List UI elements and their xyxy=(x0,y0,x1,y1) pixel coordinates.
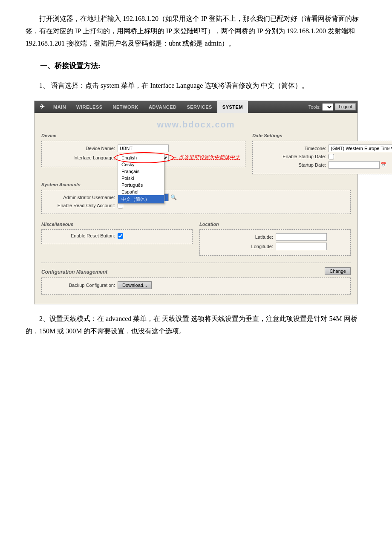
backup-config-label: Backup Configuration: xyxy=(47,283,115,288)
admin-username-row: Administrator Username: 🔍 xyxy=(47,194,345,201)
longitude-input[interactable] xyxy=(276,243,327,250)
step1-title: 1、 语言选择：点击 system 菜单，在 Interface Languag… xyxy=(26,80,366,92)
language-dropdown: English Česky Français Polski Português … xyxy=(118,154,164,204)
reset-button-checkbox[interactable] xyxy=(118,233,123,239)
device-title: Device xyxy=(41,133,245,138)
admin-username-label: Administrator Username: xyxy=(47,195,115,200)
device-section: Device Device Name: Interface Language: xyxy=(41,133,245,179)
config-mgmt-box: Backup Configuration: Download... xyxy=(41,278,351,295)
nav-bar: ✈ MAIN WIRELESS NETWORK ADVANCED SERVICE… xyxy=(35,101,357,113)
page-container: 打开浏览器，在地址栏输入 192.168.1.20（如果用这个 IP 登陆不上，… xyxy=(26,13,366,337)
interface-language-label: Interface Language: xyxy=(47,155,115,160)
readonly-account-label: Enable Read-Only Account: xyxy=(47,203,115,208)
date-settings-section: Date Settings Timezone: (GMT) Western Eu… xyxy=(252,133,392,179)
tab-services[interactable]: SERVICES xyxy=(182,101,217,113)
logout-button[interactable]: Logout xyxy=(335,103,356,110)
nav-logo: ✈ xyxy=(36,103,48,110)
content-area: www.bdocx.com Device Device Name: Interf… xyxy=(35,113,357,304)
lang-option-polski[interactable]: Polski xyxy=(118,175,164,182)
longitude-label: Longitude: xyxy=(205,244,273,249)
location-section: Location Latitude: Longitude: xyxy=(199,218,351,260)
tools-label: Tools: xyxy=(308,104,321,110)
location-box: Latitude: Longitude: xyxy=(199,229,351,256)
language-field-wrapper: English Česky Français Polski Português … xyxy=(118,154,169,162)
latitude-row: Latitude: xyxy=(205,233,345,241)
device-box: Device Name: Interface Language: English… xyxy=(41,141,245,167)
lang-option-chinese[interactable]: 中文（简体） xyxy=(118,195,164,203)
tab-wireless[interactable]: WIRELESS xyxy=(71,101,107,113)
annotation-text: ← 点这里可设置为中简体中文 xyxy=(172,154,240,161)
miscellaneous-box: Enable Reset Button: xyxy=(41,229,193,244)
section1-title: 一、桥接设置方法: xyxy=(26,60,366,73)
lang-option-english[interactable]: English xyxy=(118,154,164,161)
config-mgmt-section: Configuration Management Backup Configur… xyxy=(41,269,351,295)
lang-option-portugues[interactable]: Português xyxy=(118,182,164,188)
latitude-input[interactable] xyxy=(276,233,327,241)
miscellaneous-section: Miscellaneous Enable Reset Button: xyxy=(41,218,193,260)
tab-system[interactable]: SYSTEM xyxy=(217,101,248,113)
calendar-icon[interactable]: 📅 xyxy=(380,162,386,168)
download-button[interactable]: Download... xyxy=(118,281,152,289)
timezone-select[interactable]: (GMT) Western Europe Time xyxy=(329,145,392,152)
timezone-label: Timezone: xyxy=(258,146,326,151)
interface-language-row: Interface Language: English Česky França… xyxy=(47,154,240,162)
tools-select[interactable] xyxy=(322,103,333,111)
lang-option-cesky[interactable]: Česky xyxy=(118,161,164,168)
enable-startup-date-row: Enable Startup Date: xyxy=(258,154,392,159)
reset-button-label: Enable Reset Button: xyxy=(47,233,115,238)
system-accounts-box: Administrator Username: 🔍 Enable Read-On… xyxy=(41,190,351,214)
timezone-row: Timezone: (GMT) Western Europe Time xyxy=(258,145,392,152)
latitude-label: Latitude: xyxy=(205,234,273,240)
date-settings-title: Date Settings xyxy=(252,133,392,138)
change-row: Change xyxy=(41,263,351,266)
startup-date-input[interactable] xyxy=(329,161,380,169)
change-button[interactable]: Change xyxy=(325,267,351,275)
misc-location-sections: Miscellaneous Enable Reset Button: Locat… xyxy=(41,218,351,260)
reset-button-row: Enable Reset Button: xyxy=(47,233,187,239)
lang-option-francais[interactable]: Français xyxy=(118,168,164,175)
startup-date-row: Startup Date: 📅 xyxy=(258,161,392,169)
device-name-row: Device Name: xyxy=(47,145,240,152)
device-name-label: Device Name: xyxy=(47,146,115,151)
lang-option-espanol[interactable]: Español xyxy=(118,188,164,195)
watermark: www.bdocx.com xyxy=(41,120,351,130)
readonly-account-row: Enable Read-Only Account: xyxy=(47,203,345,208)
location-title: Location xyxy=(199,222,351,227)
enable-startup-date-label: Enable Startup Date: xyxy=(258,154,326,159)
system-accounts-title: System Accounts xyxy=(41,182,351,187)
nav-tools: Tools: Logout xyxy=(308,103,356,111)
ui-screenshot: ✈ MAIN WIRELESS NETWORK ADVANCED SERVICE… xyxy=(34,101,358,304)
backup-config-row: Backup Configuration: Download... xyxy=(47,281,345,289)
intro-paragraph: 打开浏览器，在地址栏输入 192.168.1.20（如果用这个 IP 登陆不上，… xyxy=(26,13,366,49)
date-settings-box: Timezone: (GMT) Western Europe Time Enab… xyxy=(252,141,392,174)
step2-paragraph: 2、设置天线模式：在 advanced 菜单，在 天线设置 选项将天线设置为垂直… xyxy=(26,313,366,338)
search-icon[interactable]: 🔍 xyxy=(170,194,177,200)
top-sections: Device Device Name: Interface Language: xyxy=(41,133,351,179)
enable-startup-date-checkbox[interactable] xyxy=(329,154,334,159)
system-accounts-section: System Accounts Administrator Username: … xyxy=(41,182,351,214)
longitude-row: Longitude: xyxy=(205,243,345,250)
tab-main[interactable]: MAIN xyxy=(48,101,71,113)
startup-date-label: Startup Date: xyxy=(258,162,326,168)
tab-advanced[interactable]: ADVANCED xyxy=(144,101,182,113)
miscellaneous-title: Miscellaneous xyxy=(41,222,193,227)
device-name-input[interactable] xyxy=(118,145,169,152)
config-mgmt-title: Configuration Management xyxy=(41,269,351,275)
tab-network[interactable]: NETWORK xyxy=(108,101,144,113)
